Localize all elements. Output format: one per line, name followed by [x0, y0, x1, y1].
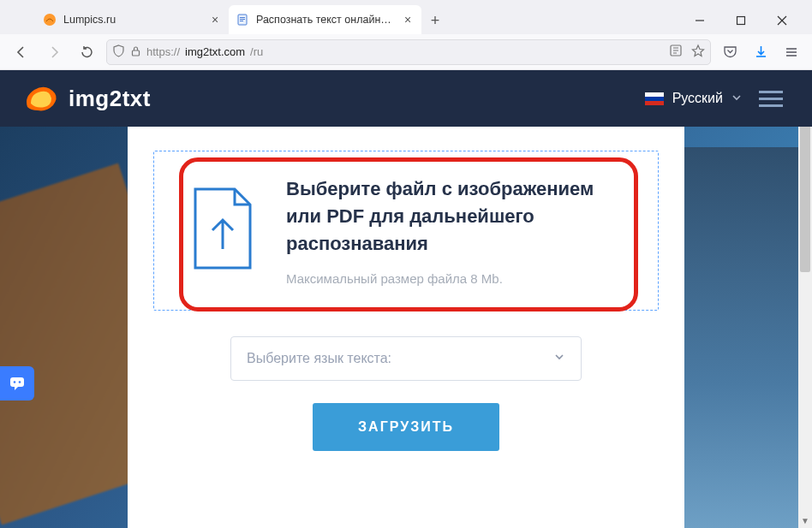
svg-rect-18 — [645, 92, 664, 97]
text-language-select[interactable]: Выберите язык текста: — [230, 336, 582, 381]
save-to-pocket-icon[interactable] — [718, 40, 742, 64]
back-button[interactable] — [9, 39, 34, 65]
app-menu-button[interactable] — [779, 40, 803, 64]
svg-rect-2 — [240, 17, 245, 18]
window-controls — [680, 7, 805, 34]
favicon-lumpics — [43, 13, 57, 27]
svg-point-0 — [44, 14, 56, 26]
new-tab-button[interactable]: + — [421, 7, 449, 34]
browser-tab-lumpics[interactable]: Lumpics.ru × — [36, 5, 229, 34]
browser-toolbar: https://img2txt.com/ru — [0, 34, 812, 70]
dropzone-subtext: Максимальный размер файла 8 Mb. — [286, 271, 627, 286]
scroll-down-arrow[interactable]: ▼ — [800, 514, 810, 526]
logo-text: img2txt — [69, 86, 151, 112]
address-bar[interactable]: https://img2txt.com/ru — [106, 39, 711, 65]
menu-button[interactable] — [759, 91, 783, 107]
select-placeholder: Выберите язык текста: — [247, 351, 391, 366]
maximize-button[interactable] — [721, 7, 761, 34]
bookmark-icon[interactable] — [691, 44, 705, 60]
dropzone-heading: Выберите файл с изображением или PDF для… — [286, 175, 627, 258]
upload-button-label: ЗАГРУЗИТЬ — [358, 419, 454, 435]
svg-point-23 — [19, 381, 21, 383]
browser-tab-strip: Lumpics.ru × Распознать текст онлайн с к… — [0, 0, 812, 34]
site-logo[interactable]: img2txt — [22, 81, 151, 116]
reload-button[interactable] — [74, 39, 99, 65]
browser-tab-img2txt[interactable]: Распознать текст онлайн с кар × — [229, 5, 421, 34]
svg-point-22 — [14, 381, 16, 383]
flag-ru-icon — [645, 92, 664, 105]
url-scheme: https:// — [146, 45, 180, 58]
upload-file-icon — [185, 184, 260, 276]
logo-icon — [22, 81, 60, 116]
forward-button[interactable] — [41, 39, 67, 65]
svg-rect-19 — [645, 97, 664, 101]
file-dropzone[interactable]: Выберите файл с изображением или PDF для… — [153, 151, 659, 311]
upload-button[interactable]: ЗАГРУЗИТЬ — [313, 403, 499, 451]
language-selector[interactable]: Русский — [645, 91, 742, 106]
reader-mode-icon[interactable] — [669, 44, 683, 60]
shield-icon[interactable] — [112, 44, 125, 60]
tab-title: Распознать текст онлайн с кар — [256, 14, 394, 26]
close-window-button[interactable] — [762, 7, 802, 34]
feedback-widget[interactable] — [0, 366, 34, 400]
vertical-scrollbar[interactable]: ▲ ▼ — [798, 70, 812, 528]
lock-icon[interactable] — [130, 45, 141, 59]
close-icon[interactable]: × — [401, 13, 415, 27]
tab-title: Lumpics.ru — [63, 14, 201, 26]
main-card: Выберите файл с изображением или PDF для… — [128, 127, 684, 528]
svg-rect-4 — [240, 21, 243, 21]
url-path: /ru — [250, 45, 263, 58]
svg-rect-3 — [240, 19, 245, 20]
chevron-down-icon — [553, 351, 565, 366]
chevron-down-icon — [731, 91, 742, 106]
minimize-button[interactable] — [680, 7, 719, 34]
url-host: img2txt.com — [185, 45, 245, 58]
svg-rect-9 — [133, 50, 140, 56]
page-viewport: img2txt Русский — [0, 70, 812, 528]
chat-icon — [8, 374, 27, 393]
favicon-doc — [236, 13, 249, 27]
svg-rect-20 — [645, 101, 664, 105]
site-header: img2txt Русский — [0, 70, 812, 127]
language-label: Русский — [672, 91, 723, 106]
svg-rect-21 — [10, 377, 24, 387]
close-icon[interactable]: × — [208, 13, 222, 27]
downloads-icon[interactable] — [749, 40, 773, 64]
svg-rect-6 — [737, 17, 745, 25]
